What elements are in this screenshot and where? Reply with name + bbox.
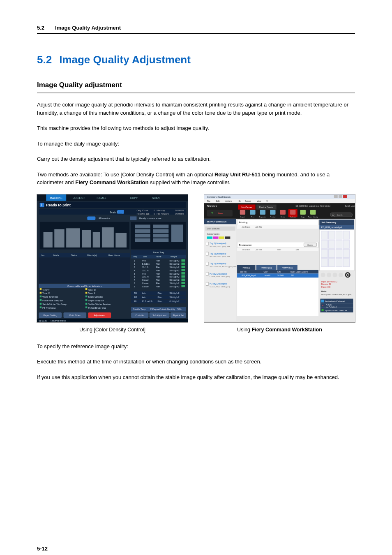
svg-rect-39 [135, 238, 150, 242]
svg-rect-114 [40, 295, 42, 297]
svg-text:0: 0 [154, 209, 155, 212]
svg-rect-40 [153, 224, 168, 228]
svg-text:COPY: COPY [130, 197, 138, 199]
svg-text:Job Title: Job Title [256, 248, 263, 250]
svg-rect-287 [336, 258, 342, 266]
svg-rect-284 [343, 249, 350, 257]
svg-point-293 [345, 272, 350, 278]
svg-rect-14 [118, 210, 124, 213]
svg-rect-302 [320, 303, 353, 308]
svg-text:55-61g/m2: 55-61g/m2 [170, 263, 180, 265]
svg-rect-278 [328, 240, 335, 248]
paragraph-two-methods: Two methods are available: To use [Color… [37, 171, 355, 187]
svg-text:Consumable and Scrap Indicator: Consumable and Scrap Indicators [67, 284, 102, 287]
svg-text:11x17□: 11x17□ [142, 269, 149, 271]
svg-text:Ready to use scanner: Ready to use scanner [139, 217, 161, 220]
svg-text:Size: Size [295, 248, 299, 250]
svg-text:Cancel: Cancel [307, 244, 313, 246]
svg-text:A4, Custom PS, 326-350 (gsm), : A4, Custom PS, 326-350 (gsm), LEF [210, 265, 237, 267]
svg-rect-93 [181, 278, 185, 281]
svg-rect-196 [250, 210, 255, 214]
svg-text:Physical Set: Physical Set [173, 314, 184, 316]
svg-point-291 [333, 273, 337, 277]
fiery-screenshot: Command WorkStation FileEditActionsGoSer… [204, 194, 355, 323]
svg-text:25Degree: 25Degree [150, 308, 159, 310]
svg-text:H: H [266, 200, 267, 202]
svg-text:Job Status: Job Status [242, 248, 251, 250]
svg-text:A4□: A4□ [142, 272, 146, 275]
svg-text:Tray: Tray [133, 255, 137, 258]
svg-text:Pages Copies Date/Ti: Pages Copies Date/Ti [290, 271, 308, 273]
svg-text:Plain: Plain [156, 285, 160, 287]
svg-text:A4□: A4□ [142, 259, 146, 262]
svg-text:Preview: Preview [270, 216, 276, 217]
svg-rect-25 [130, 216, 137, 220]
svg-text:50%: 50% [177, 308, 182, 310]
svg-rect-30 [66, 228, 80, 247]
svg-text:Calibrate: Calibrate [290, 216, 296, 217]
svg-text:PB: PB [134, 300, 137, 303]
svg-text:Server: Server [245, 200, 251, 202]
svg-rect-32 [93, 232, 100, 247]
svg-rect-44 [171, 224, 183, 242]
svg-text:A4□: A4□ [142, 292, 146, 294]
svg-rect-23 [87, 216, 95, 220]
svg-text:JOB LIST: JOB LIST [73, 197, 85, 199]
svg-text:Plain: Plain [156, 269, 160, 271]
svg-rect-222 [206, 242, 208, 245]
svg-text:Plain: Plain [156, 272, 160, 275]
svg-rect-98 [181, 282, 185, 284]
svg-text:User: User [277, 248, 281, 250]
svg-text:3: 3 [134, 266, 135, 268]
svg-rect-37 [135, 229, 150, 233]
svg-rect-280 [343, 240, 350, 248]
svg-text:SRA3 (Over x 5.358 in. Plain, : SRA3 (Over x 5.358 in. Plain, 62-74 gsm) [321, 293, 352, 295]
svg-rect-28 [44, 232, 53, 247]
svg-rect-234 [206, 282, 208, 285]
svg-text:Delete: Delete [281, 216, 285, 217]
svg-rect-38 [135, 234, 150, 237]
svg-rect-31 [82, 230, 91, 247]
svg-rect-108 [85, 288, 87, 289]
svg-text:Paper Tray: Paper Tray [153, 251, 164, 254]
svg-text:Status: Status [71, 254, 77, 257]
svg-text:8.5x11□: 8.5x11□ [142, 263, 150, 265]
svg-rect-274 [328, 231, 335, 239]
figure-caption-1: Using [Color Density Control] [79, 327, 145, 333]
svg-text:PI2 tray (Unassigned): PI2 tray (Unassigned) [210, 283, 227, 285]
svg-text:55-61g/m2: 55-61g/m2 [170, 266, 180, 268]
svg-text:User Name: User Name [108, 254, 120, 257]
svg-text:Held (1): Held (1) [242, 266, 250, 269]
svg-rect-202 [280, 210, 286, 214]
paragraph-methods: This machine provides the following two … [37, 124, 355, 132]
svg-rect-286 [328, 258, 335, 266]
svg-rect-106 [40, 288, 42, 289]
running-head-section: 5.2 [37, 25, 44, 31]
svg-text:A4□: A4□ [142, 296, 146, 298]
svg-rect-267 [237, 278, 318, 316]
svg-text:Plain: Plain [156, 275, 160, 278]
svg-text:Consumables: Consumables [207, 232, 220, 235]
svg-text:scan01: scan01 [265, 275, 271, 277]
svg-text:Toner K: Toner K [88, 292, 96, 294]
svg-point-307 [321, 309, 324, 311]
svg-rect-116 [85, 295, 87, 297]
svg-text:FD monitor: FD monitor [99, 217, 110, 220]
svg-rect-118 [40, 299, 42, 301]
svg-text:A4, Plain, 53-61 (gsm), SEF: A4, Plain, 53-61 (gsm), SEF [210, 255, 230, 257]
svg-text:PI2: PI2 [134, 296, 137, 298]
svg-text:2: 2 [134, 263, 135, 265]
svg-text:9: 9 [134, 285, 135, 287]
svg-rect-41 [153, 229, 168, 233]
svg-text:Minute(s): Minute(s) [87, 254, 97, 257]
svg-text:Switch User: Switch User [345, 205, 355, 207]
svg-text:No.: No. [42, 254, 45, 257]
svg-rect-170 [334, 195, 338, 198]
svg-text:Media:: Media: [321, 290, 327, 292]
svg-rect-237 [237, 220, 318, 225]
svg-text:55-61g/m2: 55-61g/m2 [170, 292, 180, 294]
svg-text:User Manuals: User Manuals [207, 227, 220, 229]
svg-text:Processing:: Processing: [239, 243, 252, 246]
paragraph-enhanced: If you use this application when you can… [37, 373, 355, 382]
svg-text:PI1: PI1 [134, 292, 137, 294]
